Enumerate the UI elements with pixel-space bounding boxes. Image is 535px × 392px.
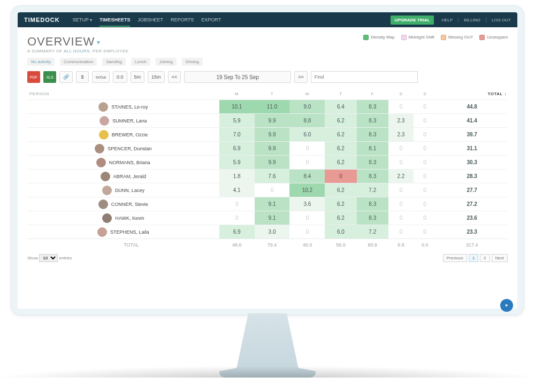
col-day[interactable]: T bbox=[255, 88, 290, 100]
filter-tab[interactable]: Lunch bbox=[131, 58, 150, 66]
table-row[interactable]: SUMNER, Lana5.99.98.86.28.32.3041.4 bbox=[27, 114, 508, 128]
day-cell[interactable]: 0 bbox=[414, 156, 436, 170]
day-cell[interactable]: 0 bbox=[414, 170, 436, 183]
export-pdf-button[interactable]: PDF bbox=[27, 71, 40, 83]
table-row[interactable]: HAWK, Kevin09.106.28.30023.6 bbox=[27, 211, 508, 225]
currency-toggle[interactable]: $ bbox=[76, 71, 89, 83]
day-cell[interactable]: 5.9 bbox=[219, 114, 255, 128]
day-cell[interactable]: 0 bbox=[255, 183, 290, 197]
col-total[interactable]: TOTAL ↓ bbox=[436, 88, 508, 100]
day-cell[interactable]: 0 bbox=[289, 156, 325, 170]
filter-tab[interactable]: Communication bbox=[60, 58, 97, 66]
filter-tab[interactable]: No activity bbox=[27, 58, 55, 66]
day-cell[interactable]: 8.4 bbox=[289, 170, 325, 183]
day-cell[interactable]: 0 bbox=[414, 211, 436, 225]
day-cell[interactable]: 0 bbox=[289, 142, 325, 156]
day-cell[interactable]: 9.1 bbox=[255, 211, 290, 225]
day-cell[interactable]: 8.1 bbox=[357, 142, 388, 156]
day-cell[interactable]: 8.3 bbox=[357, 128, 388, 142]
day-cell[interactable]: 3.6 bbox=[289, 197, 325, 211]
logout-link[interactable]: LOG OUT bbox=[486, 18, 511, 22]
table-row[interactable]: STEPHENS, Laila6.93.006.07.20023.3 bbox=[27, 225, 508, 239]
day-cell[interactable]: 0 bbox=[289, 211, 325, 225]
day-cell[interactable]: 6.9 bbox=[219, 142, 255, 156]
day-cell[interactable]: 6.2 bbox=[325, 197, 356, 211]
day-cell[interactable]: 6.2 bbox=[325, 142, 356, 156]
decimal-toggle[interactable]: 0.0 bbox=[113, 71, 127, 83]
billing-link[interactable]: BILLING bbox=[458, 18, 480, 22]
col-day[interactable]: T bbox=[325, 88, 356, 100]
filter-tab[interactable]: Joining bbox=[156, 58, 177, 66]
day-cell[interactable]: 0 bbox=[414, 142, 436, 156]
day-cell[interactable]: 0 bbox=[388, 100, 414, 114]
page-2[interactable]: 2 bbox=[480, 254, 490, 262]
day-cell[interactable]: 0 bbox=[388, 211, 414, 225]
day-cell[interactable]: 6.9 bbox=[219, 225, 255, 239]
legend-density[interactable]: Density Map bbox=[363, 35, 394, 40]
day-cell[interactable]: 0 bbox=[414, 183, 436, 197]
help-link[interactable]: HELP bbox=[441, 18, 453, 22]
day-cell[interactable]: 7.2 bbox=[357, 183, 388, 197]
day-cell[interactable]: 1.8 bbox=[219, 170, 255, 183]
day-cell[interactable]: 0 bbox=[388, 225, 414, 239]
day-cell[interactable]: 6.0 bbox=[325, 225, 356, 239]
day-cell[interactable]: 0 bbox=[388, 142, 414, 156]
day-cell[interactable]: 2.3 bbox=[388, 114, 414, 128]
search-input[interactable] bbox=[311, 71, 418, 83]
filter-tab[interactable]: Driving bbox=[182, 58, 203, 66]
page-size-select[interactable]: 10 bbox=[39, 254, 58, 262]
day-cell[interactable]: 0 bbox=[414, 100, 436, 114]
day-cell[interactable]: 0 bbox=[414, 114, 436, 128]
legend-missing[interactable]: Missing OUT bbox=[441, 35, 473, 40]
day-cell[interactable]: 8.8 bbox=[289, 114, 325, 128]
table-row[interactable]: ABRAM, Jerald1.87.68.408.32.2028.3 bbox=[27, 170, 508, 183]
day-cell[interactable]: 3.0 bbox=[255, 225, 290, 239]
table-row[interactable]: BREWER, Ozzie7.09.96.06.28.32.3039.7 bbox=[27, 128, 508, 142]
day-cell[interactable]: 8.3 bbox=[357, 211, 388, 225]
day-cell[interactable]: 0 bbox=[219, 197, 255, 211]
day-cell[interactable]: 8.3 bbox=[357, 114, 388, 128]
title-dropdown-icon[interactable]: ▾ bbox=[97, 39, 101, 46]
page-next[interactable]: Next bbox=[492, 254, 508, 262]
round-5m-button[interactable]: 5m bbox=[131, 71, 145, 83]
round-15m-button[interactable]: 15m bbox=[148, 71, 165, 83]
day-cell[interactable]: 8.3 bbox=[357, 156, 388, 170]
upgrade-button[interactable]: UPGRADE TRIAL bbox=[391, 16, 434, 25]
day-cell[interactable]: 0 bbox=[289, 225, 325, 239]
day-cell[interactable]: 0 bbox=[219, 211, 255, 225]
day-cell[interactable]: 0 bbox=[325, 170, 356, 183]
day-cell[interactable]: 0 bbox=[388, 156, 414, 170]
nav-export[interactable]: EXPORT bbox=[201, 17, 221, 22]
day-cell[interactable]: 8.3 bbox=[357, 197, 388, 211]
day-cell[interactable]: 6.2 bbox=[325, 156, 356, 170]
day-cell[interactable]: 7.2 bbox=[357, 225, 388, 239]
day-cell[interactable]: 9.1 bbox=[255, 197, 290, 211]
day-cell[interactable]: 2.3 bbox=[388, 128, 414, 142]
day-cell[interactable]: 0 bbox=[414, 197, 436, 211]
day-cell[interactable]: 0 bbox=[388, 183, 414, 197]
legend-midnight[interactable]: Midnight Shift bbox=[401, 35, 434, 40]
day-cell[interactable]: 9.9 bbox=[255, 128, 290, 142]
day-cell[interactable]: 10.2 bbox=[289, 183, 325, 197]
page-1[interactable]: 1 bbox=[469, 254, 478, 262]
day-cell[interactable]: 6.2 bbox=[325, 128, 356, 142]
next-week-button[interactable]: >> bbox=[294, 71, 308, 83]
table-row[interactable]: NORMANS, Briana5.99.906.28.30030.3 bbox=[27, 156, 508, 170]
nav-setup[interactable]: SETUP bbox=[73, 17, 92, 22]
day-cell[interactable]: 0 bbox=[414, 225, 436, 239]
table-row[interactable]: SPENCER, Dunstan6.99.906.28.10031.1 bbox=[27, 142, 508, 156]
day-cell[interactable]: 4.1 bbox=[219, 183, 255, 197]
day-cell[interactable]: 2.2 bbox=[388, 170, 414, 183]
day-cell[interactable]: 8.3 bbox=[357, 170, 388, 183]
filter-tab[interactable]: Sanding bbox=[102, 58, 125, 66]
day-cell[interactable]: 9.9 bbox=[255, 114, 290, 128]
day-cell[interactable]: 9.0 bbox=[289, 100, 325, 114]
chat-widget-icon[interactable]: ⁍ bbox=[500, 299, 513, 312]
day-cell[interactable]: 8.3 bbox=[357, 100, 388, 114]
col-person[interactable]: PERSON bbox=[27, 88, 219, 100]
day-cell[interactable]: 7.6 bbox=[255, 170, 290, 183]
day-cell[interactable]: 6.2 bbox=[325, 211, 356, 225]
export-xls-button[interactable]: XLS bbox=[43, 71, 56, 83]
nav-jobsheet[interactable]: JOBSHEET bbox=[137, 17, 163, 22]
table-row[interactable]: CONNER, Stevie09.13.66.28.30027.2 bbox=[27, 197, 508, 211]
